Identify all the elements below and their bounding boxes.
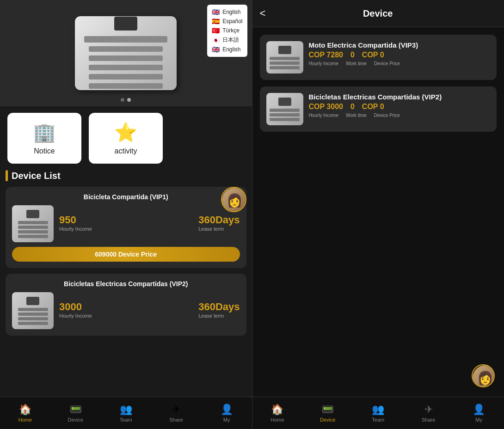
nav-my[interactable]: 👤 My bbox=[202, 404, 252, 423]
right-thumb-slot-2b bbox=[270, 113, 300, 116]
device-price-button-vip1[interactable]: 609000 Device Price bbox=[12, 247, 240, 262]
lang-label-espanol: Español bbox=[222, 18, 242, 25]
lang-english-1[interactable]: 🇬🇧 English bbox=[212, 7, 242, 17]
lang-japanese[interactable]: 🇯🇵 日本語 bbox=[212, 35, 242, 45]
right-hourly-income-label-vip3: Hourly Income bbox=[309, 61, 338, 66]
title-bar-accent bbox=[6, 170, 8, 181]
right-nav-share[interactable]: ✈ Share bbox=[403, 404, 454, 423]
right-share-icon: ✈ bbox=[424, 404, 433, 416]
notice-icon-card[interactable]: 🏢 Notice bbox=[7, 113, 81, 164]
dot-1[interactable] bbox=[121, 98, 124, 102]
device-list-section: Device List 👩 Bicicleta Compartida (VIP1… bbox=[0, 170, 252, 397]
device-screen bbox=[114, 17, 137, 31]
right-hourly-income-vip3: COP 7280 bbox=[309, 51, 343, 59]
nav-share[interactable]: ✈ Share bbox=[151, 404, 202, 423]
right-nav-device-label: Device bbox=[320, 417, 336, 423]
lang-turkish[interactable]: 🇹🇷 Türkçe bbox=[212, 26, 242, 35]
device-slot-1 bbox=[84, 36, 167, 43]
right-hourly-income-label-vip2: Hourly Income bbox=[309, 113, 338, 118]
stat-row-vip1: 950 Hourly Income 360Days Lease term bbox=[59, 214, 240, 232]
right-my-icon: 👤 bbox=[473, 404, 485, 416]
device-slot-5 bbox=[89, 74, 163, 80]
thumb-slot-2a bbox=[18, 308, 48, 311]
lang-english-2[interactable]: 🇬🇧 English bbox=[212, 45, 242, 54]
right-thumb-screen-2 bbox=[278, 98, 291, 106]
share-icon: ✈ bbox=[172, 404, 180, 416]
lease-term-group-vip1: 360Days Lease term bbox=[198, 214, 240, 232]
language-selector[interactable]: 🇬🇧 English 🇪🇸 Español 🇹🇷 Türkçe 🇯🇵 日本語 🇬… bbox=[207, 5, 247, 57]
lang-espanol[interactable]: 🇪🇸 Español bbox=[212, 17, 242, 26]
nav-team[interactable]: 👥 Team bbox=[101, 404, 151, 423]
right-device-thumb-vip3 bbox=[266, 41, 303, 74]
right-device-card-vip3[interactable]: Moto Electrica Compartida (VIP3) COP 728… bbox=[260, 35, 497, 80]
notice-label: Notice bbox=[34, 147, 55, 155]
team-icon: 👥 bbox=[120, 404, 132, 416]
hourly-income-value-vip1: 950 bbox=[59, 214, 92, 226]
right-thumb-slot-2a bbox=[270, 109, 300, 112]
left-bottom-nav: 🏠 Home 📟 Device 👥 Team ✈ Share 👤 My bbox=[0, 397, 252, 429]
nav-share-label: Share bbox=[169, 417, 183, 423]
device-card-title-vip1: Bicicleta Compartida (VIP1) bbox=[12, 193, 240, 201]
thumb-slot-2c bbox=[18, 317, 48, 320]
nav-my-label: My bbox=[223, 417, 230, 423]
my-icon: 👤 bbox=[221, 404, 233, 416]
lease-term-value-vip2: 360Days bbox=[198, 301, 240, 313]
lang-label-english-2: English bbox=[222, 46, 240, 53]
nav-device-label: Device bbox=[68, 417, 84, 423]
right-panel-title: Device bbox=[273, 8, 483, 19]
lang-label-japanese: 日本語 bbox=[222, 36, 239, 44]
back-button[interactable]: < bbox=[260, 7, 266, 19]
right-bottom-nav: 🏠 Home 📟 Device 👥 Team ✈ Share 👤 My bbox=[252, 397, 504, 429]
nav-team-label: Team bbox=[120, 417, 132, 423]
right-device-stats-vip3: COP 7280 0 COP 0 bbox=[309, 51, 491, 59]
avatar-image-1: 👩 bbox=[222, 188, 246, 212]
right-header: < Device bbox=[252, 0, 504, 27]
right-device-icon: 📟 bbox=[321, 404, 334, 416]
flag-uk-1: 🇬🇧 bbox=[212, 8, 220, 16]
right-device-card-vip2[interactable]: Bicicletas Electricas Compartidas (VIP2)… bbox=[260, 86, 497, 132]
device-stats-vip1: 950 Hourly Income 360Days Lease term bbox=[59, 214, 240, 233]
device-slot-4 bbox=[89, 65, 163, 70]
activity-icon-card[interactable]: ⭐ activity bbox=[89, 113, 163, 164]
thumb-screen-1 bbox=[26, 210, 39, 218]
right-device-info-vip2: Bicicletas Electricas Compartidas (VIP2)… bbox=[309, 93, 491, 118]
right-work-time-label-vip3: Work time bbox=[346, 61, 367, 66]
device-stats-vip2: 3000 Hourly Income 360Days Lease term bbox=[59, 301, 240, 320]
device-slot-2 bbox=[89, 46, 163, 52]
flag-es: 🇪🇸 bbox=[212, 18, 220, 25]
nav-home[interactable]: 🏠 Home bbox=[0, 404, 50, 423]
dot-2[interactable] bbox=[127, 98, 131, 102]
thumb-slot-1c bbox=[18, 230, 48, 233]
device-card-body-vip1: 950 Hourly Income 360Days Lease term bbox=[12, 205, 240, 242]
flag-jp: 🇯🇵 bbox=[212, 37, 220, 44]
quick-icons-row: 🏢 Notice ⭐ activity bbox=[0, 106, 252, 170]
nav-device[interactable]: 📟 Device bbox=[50, 404, 101, 423]
right-nav-device[interactable]: 📟 Device bbox=[302, 404, 353, 423]
right-avatar-float[interactable]: 👩 bbox=[472, 364, 495, 387]
right-nav-home[interactable]: 🏠 Home bbox=[252, 404, 303, 423]
right-device-price-vip3: COP 0 bbox=[362, 51, 384, 59]
device-card-title-vip2: Bicicletas Electricas Compartidas (VIP2) bbox=[12, 280, 240, 288]
right-device-list: Moto Electrica Compartida (VIP3) COP 728… bbox=[252, 27, 504, 397]
right-hourly-income-vip2: COP 3000 bbox=[309, 103, 343, 111]
right-nav-my[interactable]: 👤 My bbox=[454, 404, 504, 423]
device-card-vip2[interactable]: Bicicletas Electricas Compartidas (VIP2)… bbox=[6, 274, 246, 336]
lease-term-label-vip2: Lease term bbox=[198, 313, 240, 319]
hero-device-image bbox=[75, 16, 177, 90]
lease-term-group-vip2: 360Days Lease term bbox=[198, 301, 240, 319]
right-thumb-slot-1b bbox=[270, 61, 300, 65]
device-card-vip1[interactable]: 👩 Bicicleta Compartida (VIP1) 950 Hourly… bbox=[6, 187, 246, 268]
thumb-slot-1a bbox=[18, 221, 48, 224]
hourly-income-group-vip1: 950 Hourly Income bbox=[59, 214, 92, 232]
right-device-name-vip3: Moto Electrica Compartida (VIP3) bbox=[309, 41, 491, 49]
thumb-slot-1b bbox=[18, 226, 48, 229]
thumb-slot-2d bbox=[18, 322, 48, 325]
device-icon: 📟 bbox=[69, 404, 82, 416]
right-device-price-label-vip3: Device Price bbox=[374, 61, 400, 66]
right-home-icon: 🏠 bbox=[271, 404, 283, 416]
device-list-title: Device List bbox=[12, 171, 61, 181]
hourly-income-label-vip1: Hourly Income bbox=[59, 226, 92, 232]
right-stat-labels-vip3: Hourly Income Work time Device Price bbox=[309, 61, 491, 66]
device-list-title-row: Device List bbox=[6, 170, 246, 181]
right-nav-team[interactable]: 👥 Team bbox=[353, 404, 403, 423]
